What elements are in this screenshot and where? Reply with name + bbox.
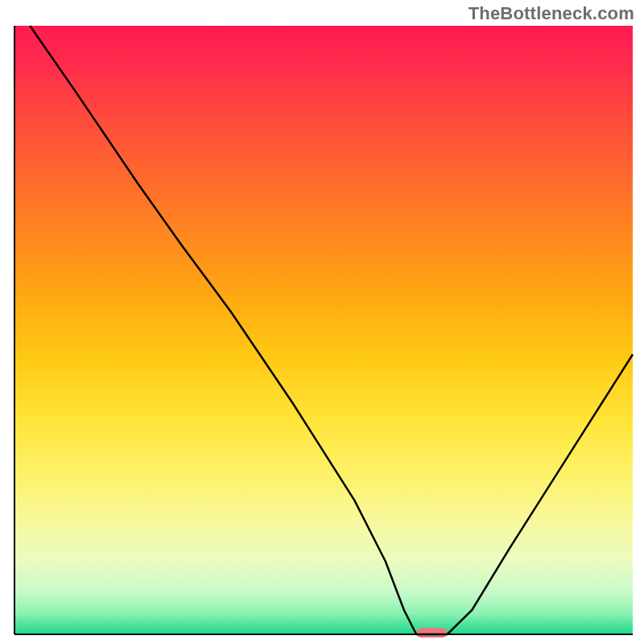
optimum-marker [416,628,447,638]
bottleneck-chart [0,0,644,644]
chart-container: TheBottleneck.com [0,0,644,644]
gradient-background [14,26,633,634]
watermark-text: TheBottleneck.com [469,3,634,24]
